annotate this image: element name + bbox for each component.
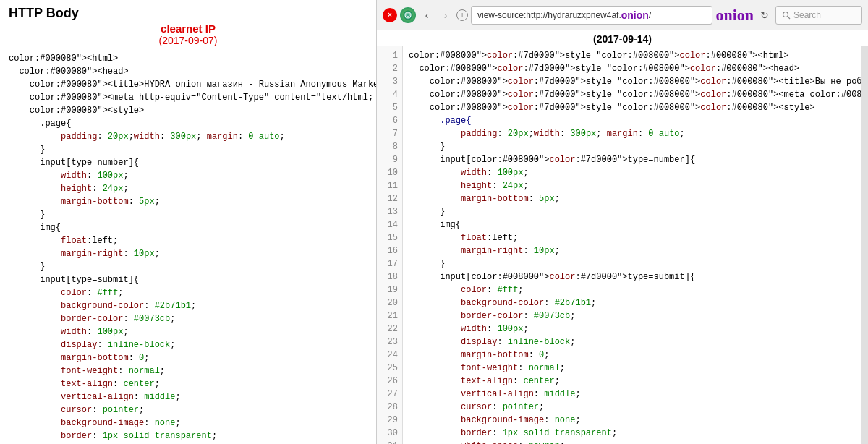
left-code-line: font-weight: normal; bbox=[9, 364, 367, 377]
right-code-line: color:#008000">color:#7d0000">style="col… bbox=[409, 75, 855, 88]
search-placeholder: Search bbox=[793, 10, 821, 20]
right-code-line: padding: 20px;width: 300px; margin: 0 au… bbox=[409, 127, 855, 140]
right-code-line: color: #fff; bbox=[409, 283, 855, 296]
left-code-block: color:#000080"><html> color:#000080"><he… bbox=[0, 49, 376, 444]
line-number: 29 bbox=[377, 414, 398, 427]
url-bar[interactable]: view-source:http://hydraruzxpnew4af.onio… bbox=[471, 6, 712, 25]
left-code-line: .page{ bbox=[9, 117, 367, 130]
line-number: 16 bbox=[377, 244, 398, 257]
left-code-line: background-image: none; bbox=[9, 417, 367, 430]
stop-button[interactable]: × bbox=[383, 8, 397, 22]
right-code-line: text-align: center; bbox=[409, 375, 855, 388]
left-subtitle: clearnet IP bbox=[9, 22, 367, 35]
right-code-line: width: 100px; bbox=[409, 166, 855, 179]
line-number: 1 bbox=[377, 49, 398, 62]
right-code-line: height: 24px; bbox=[409, 179, 855, 192]
line-number: 6 bbox=[377, 114, 398, 127]
right-code-line: color:#008000">color:#7d0000">style="col… bbox=[409, 49, 855, 62]
line-number: 18 bbox=[377, 270, 398, 283]
left-code-line: color:#000080"><head> bbox=[9, 65, 367, 78]
left-code-line: } bbox=[9, 143, 367, 156]
left-code-line: margin-bottom: 5px; bbox=[9, 195, 367, 208]
refresh-button[interactable]: ↻ bbox=[757, 7, 773, 23]
left-code-line: color:#000080"><meta http-equiv="Content… bbox=[9, 91, 367, 104]
line-number: 26 bbox=[377, 375, 398, 388]
left-code-line: input[type=number]{ bbox=[9, 156, 367, 169]
left-code-line: img{ bbox=[9, 221, 367, 234]
left-code-line: border-color: #0073cb; bbox=[9, 312, 367, 325]
right-panel: × ‹ › i view-source:http://hydraruzxpnew… bbox=[376, 0, 868, 444]
line-number: 4 bbox=[377, 88, 398, 101]
left-panel: HTTP Body clearnet IP (2017-09-07) color… bbox=[0, 0, 376, 444]
right-header-area: (2017-09-14) bbox=[377, 30, 868, 46]
right-code-line: input[color:#008000">color:#7d0000">type… bbox=[409, 153, 855, 166]
right-code-line: } bbox=[409, 205, 855, 218]
svg-point-3 bbox=[783, 12, 788, 17]
left-code-line: color:#000080"><html> bbox=[9, 52, 367, 65]
back-button[interactable]: ‹ bbox=[419, 7, 435, 23]
right-code-line: img{ bbox=[409, 218, 855, 231]
forward-button: › bbox=[438, 7, 454, 23]
line-number: 2 bbox=[377, 62, 398, 75]
line-number: 30 bbox=[377, 427, 398, 440]
browser-chrome: × ‹ › i view-source:http://hydraruzxpnew… bbox=[377, 0, 868, 30]
right-code-line: width: 100px; bbox=[409, 323, 855, 336]
left-code-line: margin-bottom: 0; bbox=[9, 351, 367, 364]
line-number: 13 bbox=[377, 205, 398, 218]
line-number: 24 bbox=[377, 349, 398, 362]
left-code-line: color: #fff; bbox=[9, 286, 367, 299]
left-code-line: margin-right: 10px; bbox=[9, 247, 367, 260]
right-code-line: vertical-align: middle; bbox=[409, 388, 855, 401]
line-number: 31 bbox=[377, 440, 398, 444]
info-button[interactable]: i bbox=[456, 9, 468, 21]
right-code-line: white-space: nowrap; bbox=[409, 440, 855, 444]
right-main: (2017-09-14) 123456789101112131415161718… bbox=[377, 30, 868, 444]
left-code-line: display: inline-block; bbox=[9, 338, 367, 351]
line-number: 17 bbox=[377, 257, 398, 270]
right-code-line: display: inline-block; bbox=[409, 336, 855, 349]
line-number: 7 bbox=[377, 127, 398, 140]
right-date: (2017-09-14) bbox=[593, 33, 652, 45]
left-code-line: } bbox=[9, 260, 367, 273]
left-code-line: border: 1px solid transparent; bbox=[9, 430, 367, 443]
left-code-line: cursor: pointer; bbox=[9, 404, 367, 417]
left-header: HTTP Body clearnet IP (2017-09-07) bbox=[0, 0, 376, 49]
line-number: 5 bbox=[377, 101, 398, 114]
search-icon bbox=[782, 11, 791, 20]
right-code-line: cursor: pointer; bbox=[409, 401, 855, 414]
left-code-line: width: 100px; bbox=[9, 169, 367, 182]
line-number: 23 bbox=[377, 336, 398, 349]
line-number: 10 bbox=[377, 166, 398, 179]
right-code-line: margin-bottom: 5px; bbox=[409, 192, 855, 205]
left-code-line: vertical-align: middle; bbox=[9, 390, 367, 404]
right-code-line: background-color: #2b71b1; bbox=[409, 296, 855, 309]
line-number: 9 bbox=[377, 153, 398, 166]
left-title: HTTP Body bbox=[9, 6, 79, 21]
left-code-line: float:left; bbox=[9, 234, 367, 247]
right-code-wrapper: 1234567891011121314151617181920212223242… bbox=[377, 46, 868, 444]
left-date: (2017-09-07) bbox=[9, 35, 367, 46]
scrollbar[interactable] bbox=[861, 46, 868, 444]
tor-button[interactable] bbox=[400, 7, 416, 23]
line-number: 11 bbox=[377, 179, 398, 192]
right-code-line: font-weight: normal; bbox=[409, 362, 855, 375]
search-bar[interactable]: Search bbox=[775, 6, 862, 25]
right-code-line: color:#008000">color:#7d0000">style="col… bbox=[409, 62, 855, 75]
line-number: 21 bbox=[377, 309, 398, 323]
right-code-line: } bbox=[409, 140, 855, 153]
right-code-line: color:#008000">color:#7d0000">style="col… bbox=[409, 88, 855, 101]
line-number: 12 bbox=[377, 192, 398, 205]
url-onion: onion bbox=[621, 9, 649, 21]
url-slash: / bbox=[649, 10, 651, 20]
line-number: 28 bbox=[377, 401, 398, 414]
code-area: color:#008000">color:#7d0000">style="col… bbox=[403, 46, 861, 444]
line-number: 8 bbox=[377, 140, 398, 153]
line-number: 27 bbox=[377, 388, 398, 401]
right-code-line: border: 1px solid transparent; bbox=[409, 427, 855, 440]
line-number: 14 bbox=[377, 218, 398, 231]
left-code-line: input[type=submit]{ bbox=[9, 273, 367, 286]
left-code-line: background-color: #2b71b1; bbox=[9, 299, 367, 312]
line-number: 20 bbox=[377, 296, 398, 309]
left-code-line: text-align: center; bbox=[9, 377, 367, 390]
line-numbers: 1234567891011121314151617181920212223242… bbox=[377, 46, 403, 444]
